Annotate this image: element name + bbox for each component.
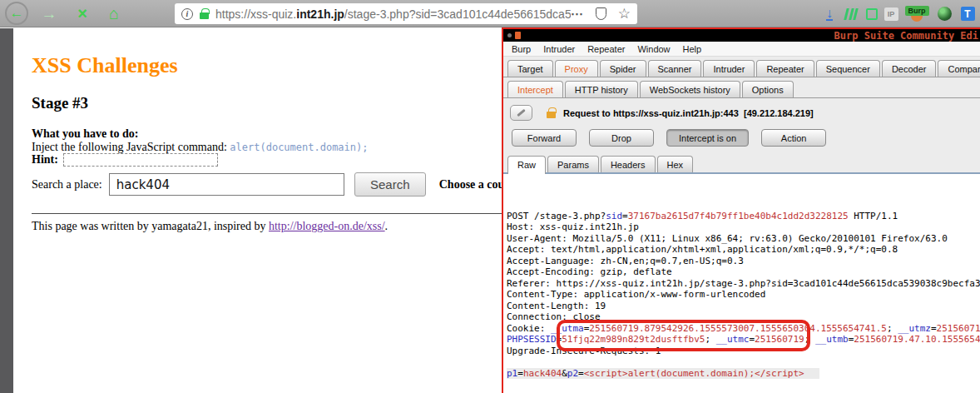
extension-burp-button[interactable]: Burp (903, 0, 930, 27)
page-title: XSS Challenges (32, 53, 178, 78)
menu-intruder[interactable]: Intruder (543, 44, 575, 54)
url-prefix: https://xss-quiz. (215, 7, 296, 21)
request-line: Connection: close (507, 311, 980, 323)
button-action[interactable]: Action (761, 129, 826, 147)
library-button[interactable] (842, 0, 860, 27)
tab-sequencer[interactable]: Sequencer (816, 60, 880, 77)
extension-globe-button[interactable] (935, 0, 953, 27)
site-info-icon[interactable]: i (181, 8, 193, 20)
desktop-edge-strip (0, 28, 13, 393)
menu-help[interactable]: Help (683, 44, 702, 54)
page-actions-icon[interactable]: ⋯ (571, 7, 584, 22)
burp-titlebar[interactable]: Burp Suite Community Edi (503, 29, 980, 42)
subtab-websockets-history[interactable]: WebSockets history (640, 81, 740, 97)
request-banner-text: Request to https://xss-quiz.int21h.jp:44… (563, 108, 814, 118)
pocket-shield-icon[interactable] (596, 7, 606, 20)
edit-button[interactable] (510, 105, 532, 121)
tab-comparer[interactable]: Comparer (938, 60, 980, 77)
url-bar[interactable]: i https://xss-quiz.int21h.jp/stage-3.php… (175, 3, 637, 24)
request-line: Content-Type: application/x-www-form-url… (507, 289, 980, 301)
request-line: Accept-Language: zh-CN,en;q=0.7,en-US;q=… (507, 256, 980, 267)
extension-t-button[interactable]: T (958, 0, 977, 27)
home-button[interactable]: ⌂ (103, 0, 125, 27)
request-line: Referer: https://xss-quiz.int21h.jp/stag… (507, 278, 980, 290)
hint-row: Hint: (32, 153, 218, 167)
extension-qr-button[interactable] (864, 0, 880, 27)
hint-box (63, 153, 218, 167)
globe-icon (938, 7, 952, 21)
hint-label: Hint: (32, 153, 58, 167)
t-icon: T (961, 7, 975, 21)
burp-proxy-subtabs: InterceptHTTP historyWebSockets historyO… (503, 77, 980, 98)
download-button[interactable]: ↓ (820, 0, 839, 27)
pencil-icon (517, 109, 525, 117)
search-button[interactable]: Search (354, 172, 426, 196)
stop-button[interactable]: × (72, 0, 93, 27)
todo-code: alert(document.domain); (230, 142, 368, 153)
burp-main-tabs: TargetProxySpiderScannerIntruderRepeater… (503, 57, 980, 77)
bookmark-star-icon[interactable]: ☆ (618, 5, 631, 22)
url-text: https://xss-quiz.int21h.jp/stage-3.php?s… (215, 7, 571, 21)
request-line: POST /stage-3.php?sid=37167ba2615d7f4b79… (507, 211, 980, 222)
intercept-buttons: ForwardDropIntercept is onAction (503, 125, 980, 154)
todo-text: Inject the following JavaScript command: (32, 141, 230, 153)
viewtab-hex[interactable]: Hex (657, 156, 694, 172)
subtab-http-history[interactable]: HTTP history (565, 81, 638, 97)
forward-button[interactable]: → (38, 0, 60, 27)
button-forward[interactable]: Forward (512, 129, 577, 147)
tab-target[interactable]: Target (507, 60, 553, 77)
window-dot-icon (507, 33, 512, 37)
menu-window[interactable]: Window (637, 44, 670, 54)
tab-scanner[interactable]: Scanner (648, 60, 702, 77)
viewtab-params[interactable]: Params (547, 156, 599, 172)
subtab-intercept[interactable]: Intercept (507, 81, 563, 97)
url-path: /stage-3.php?sid=3cad101c44de56615dca539… (344, 7, 571, 21)
extension-ip-button[interactable]: IP (882, 0, 900, 27)
search-input[interactable] (109, 173, 344, 196)
viewtab-raw[interactable]: Raw (507, 156, 546, 174)
subtab-options[interactable]: Options (742, 81, 794, 97)
tab-proxy[interactable]: Proxy (555, 60, 598, 77)
footer: This page was written by yamagata21, ins… (32, 220, 388, 233)
request-line: Content-Length: 19 (507, 301, 980, 312)
request-line: Upgrade-Insecure-Requests: 1 (507, 346, 980, 357)
menu-repeater[interactable]: Repeater (587, 44, 625, 54)
request-line: Accept-Encoding: gzip, deflate (507, 266, 980, 278)
todo-heading: What you have to do: (32, 127, 138, 141)
request-line (507, 356, 980, 368)
request-line: User-Agent: Mozilla/5.0 (X11; Linux x86_… (507, 233, 980, 245)
stop-icon: × (77, 4, 87, 23)
burp-menubar: BurpIntruderRepeaterWindowHelp (503, 42, 980, 57)
tab-intruder[interactable]: Intruder (703, 60, 755, 77)
tab-repeater[interactable]: Repeater (756, 60, 814, 77)
library-icon (844, 8, 849, 20)
https-lock-icon (200, 12, 209, 19)
back-button[interactable]: ← (5, 2, 28, 25)
forward-icon: → (42, 5, 57, 23)
tls-lock-icon (547, 112, 556, 118)
burp-face-icon (911, 15, 923, 22)
download-icon: ↓ (826, 7, 833, 21)
urlbar-actions: ⋯ ☆ (571, 5, 631, 22)
raw-request-editor[interactable]: POST /stage-3.php?sid=37167ba2615d7f4b79… (503, 174, 980, 393)
search-label: Search a place: (32, 178, 102, 192)
burp-app-icon (515, 32, 521, 39)
info-glyph: i (186, 9, 189, 18)
footer-period: . (385, 220, 389, 232)
burp-window-title: Burp Suite Community Edi (834, 30, 978, 42)
back-icon: ← (10, 5, 24, 22)
request-line: PHPSESSID=51fjq22m989n829t2dusftfbv5; __… (507, 334, 980, 346)
viewtab-headers[interactable]: Headers (601, 156, 656, 172)
footer-link[interactable]: http://blogged-on.de/xss/ (269, 220, 385, 232)
screenshot-root: ← → × ⌂ i https://xss-quiz.int21h.jp/sta… (0, 0, 980, 393)
message-view-tabs: RawParamsHeadersHex (503, 154, 980, 174)
tab-spider[interactable]: Spider (600, 60, 646, 77)
tab-decoder[interactable]: Decoder (882, 60, 937, 77)
request-line: Accept: text/html,application/xhtml+xml,… (507, 244, 980, 256)
menu-burp[interactable]: Burp (512, 44, 531, 54)
button-intercept-is-on[interactable]: Intercept is on (666, 129, 749, 147)
burp-extension-icon: Burp (905, 6, 929, 16)
ip-icon: IP (884, 7, 898, 21)
home-icon: ⌂ (109, 4, 119, 23)
button-drop[interactable]: Drop (589, 129, 654, 147)
